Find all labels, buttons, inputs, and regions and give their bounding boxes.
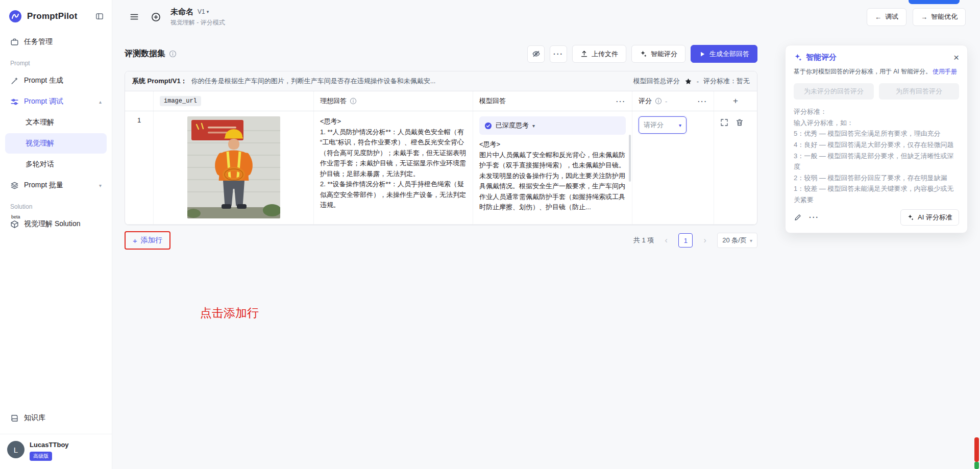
add-circle-icon[interactable] xyxy=(148,9,163,24)
user-profile[interactable]: L LucasTTboy 高级版 xyxy=(0,434,112,469)
trash-icon[interactable] xyxy=(736,118,744,127)
doc-subtitle: 视觉理解 - 评分模式 xyxy=(170,18,225,27)
smart-optimize-button[interactable]: →智能优化 xyxy=(913,8,966,26)
manual-link[interactable]: 使用手册 xyxy=(933,68,957,75)
edit-icon[interactable] xyxy=(794,213,802,221)
sidebar-collapse-icon[interactable] xyxy=(95,12,104,20)
header-model-answer[interactable]: 模型回答··· xyxy=(473,91,632,111)
debug-button[interactable]: ←调试 xyxy=(867,8,906,26)
annotation-text: 点击添加行 xyxy=(200,305,259,321)
add-row-button[interactable]: + 添加行 xyxy=(127,233,168,248)
sidebar-item-multiturn-dialogue[interactable]: 多轮对话 xyxy=(5,154,107,175)
hide-columns-button[interactable] xyxy=(527,45,545,63)
panel-footer: ··· AI 评分标准 xyxy=(794,209,959,226)
image-cell[interactable] xyxy=(154,111,314,224)
column-label: 评分 xyxy=(639,96,652,106)
optimize-button-label: 智能优化 xyxy=(931,12,958,21)
sidebar-item-label: Prompt 批量 xyxy=(24,181,63,190)
ai-criteria-button[interactable]: AI 评分标准 xyxy=(900,209,959,226)
version-selector[interactable]: V1▾ xyxy=(198,8,209,15)
criteria-input[interactable]: 评分标准： 输入评分标准，如： 5：优秀 — 模型回答完全满足所有要求，理由充分… xyxy=(794,106,959,205)
close-icon[interactable]: × xyxy=(953,53,959,62)
plus-icon: + xyxy=(733,96,738,106)
worker-photo xyxy=(187,116,280,218)
score-all-button[interactable]: 为所有回答评分 xyxy=(879,83,959,100)
model-answer-cell[interactable]: 已深度思考 ▾ <思考> 图片中人员佩戴了安全帽和反光背心，但未佩戴防护手套（双… xyxy=(473,111,632,224)
dataset-card: 系统 Prompt/V1： 你的任务是根据生产车间的图片，判断生产车间是否存在违… xyxy=(125,71,757,225)
debug-button-label: 调试 xyxy=(885,12,898,21)
check-circle-icon xyxy=(484,122,492,130)
more-icon[interactable]: ··· xyxy=(809,214,819,221)
wand-icon xyxy=(10,77,19,85)
sidebar-item-visual-understanding[interactable]: 视觉理解 xyxy=(5,133,107,154)
play-icon xyxy=(699,51,706,58)
page-number[interactable]: 1 xyxy=(678,233,693,248)
generate-button-label: 生成全部回答 xyxy=(709,50,749,59)
column-menu-icon[interactable]: ··· xyxy=(616,98,626,105)
score-select[interactable]: 请评分 ▾ xyxy=(639,116,687,134)
sidebar-item-label: 多轮对话 xyxy=(26,160,54,169)
app-title: PromptPilot xyxy=(27,11,78,21)
sidebar-item-label: Prompt 调试 xyxy=(24,97,63,106)
smart-score-button[interactable]: 智能评分 xyxy=(631,45,685,63)
chevron-down-icon[interactable]: ▾ xyxy=(99,183,102,188)
column-label: 模型回答 xyxy=(479,96,506,106)
header-image-url[interactable]: image_url xyxy=(154,91,314,111)
sidebar-item-label: 视觉理解 Solution xyxy=(24,219,80,229)
total-score-label: 模型回答总评分 xyxy=(633,77,680,86)
score-unscored-button[interactable]: 为未评分的回答评分 xyxy=(794,83,874,100)
criteria-line: 3：一般 — 模型回答满足部分要求，但缺乏清晰性或深度 xyxy=(794,151,959,172)
chevron-up-icon[interactable]: ▴ xyxy=(99,99,102,105)
panel-buttons: 为未评分的回答评分 为所有回答评分 xyxy=(794,83,959,100)
more-actions-button[interactable]: ··· xyxy=(550,45,567,63)
sidebar-item-task-management[interactable]: 任务管理 xyxy=(5,32,107,52)
chevron-down-icon: ▾ xyxy=(207,9,209,14)
sidebar-item-text-understanding[interactable]: 文本理解 xyxy=(5,112,107,133)
panel-title: 智能评分 xyxy=(806,53,837,62)
pagination: 共 1 项 ‹ 1 › 20 条/页 ▾ xyxy=(633,233,757,248)
recording-indicator xyxy=(974,437,979,462)
panel-desc-text: 基于你对模型回答的评分标准，用于 AI 智能评分。 xyxy=(794,68,932,75)
sidebar-item-prompt-gen[interactable]: Prompt 生成 xyxy=(5,70,107,91)
logo-row: PromptPilot xyxy=(0,0,112,32)
criteria-status: 评分标准：暂无 xyxy=(703,77,750,86)
page-size-select[interactable]: 20 条/页 ▾ xyxy=(717,233,757,248)
info-icon[interactable] xyxy=(169,50,177,58)
header-ideal-answer[interactable]: 理想回答 xyxy=(314,91,473,111)
expand-icon[interactable] xyxy=(720,118,728,127)
column-menu-icon[interactable]: ··· xyxy=(698,98,707,105)
menu-icon[interactable] xyxy=(127,9,142,24)
annotation-box: + 添加行 xyxy=(125,231,170,250)
table-footer: + 添加行 共 1 项 ‹ 1 › 20 条/页 ▾ xyxy=(125,231,757,250)
sidebar-item-knowledge-base[interactable]: 知识库 xyxy=(5,408,107,428)
column-chip: image_url xyxy=(160,96,201,106)
layers-icon xyxy=(10,181,19,190)
panel-header: 智能评分 × xyxy=(794,53,959,62)
sidebar-item-visual-solution[interactable]: beta 视觉理解 Solution xyxy=(5,214,107,234)
sidebar-item-prompt-debug[interactable]: Prompt 调试 ▴ xyxy=(5,91,107,112)
deep-think-chip[interactable]: 已深度思考 ▾ xyxy=(479,116,626,135)
prev-page-button[interactable]: ‹ xyxy=(659,233,673,248)
cube-icon xyxy=(10,220,19,229)
score-summary: 模型回答总评分 - 评分标准：暂无 xyxy=(633,77,750,86)
upload-file-button[interactable]: 上传文件 xyxy=(572,45,626,63)
cell-scrollbar[interactable] xyxy=(629,135,631,182)
next-page-button[interactable]: › xyxy=(698,233,712,248)
header-add-column[interactable]: + xyxy=(714,91,757,111)
page-size-label: 20 条/页 xyxy=(722,236,747,245)
panel-description: 基于你对模型回答的评分标准，用于 AI 智能评分。使用手册 xyxy=(794,67,959,77)
sidebar-item-prompt-batch[interactable]: Prompt 批量 ▾ xyxy=(5,175,107,195)
header-score[interactable]: 评分-··· xyxy=(632,91,714,111)
ideal-answer-cell[interactable]: <思考> 1. **人员防护情况分析**：人员戴黄色安全帽（有“工电”标识，符合… xyxy=(314,111,473,224)
system-prompt-bar[interactable]: 系统 Prompt/V1： 你的任务是根据生产车间的图片，判断生产车间是否存在违… xyxy=(125,71,757,91)
sidebar-item-label: 知识库 xyxy=(24,413,45,423)
version-label: V1 xyxy=(198,8,205,15)
criteria-line: 2：较弱 — 模型回答部分回应了要求，存在明显缺漏 xyxy=(794,172,959,184)
page-title-row: 评测数据集 xyxy=(125,48,177,59)
promptpilot-logo-icon xyxy=(8,9,22,23)
generate-all-button[interactable]: 生成全部回答 xyxy=(691,45,757,63)
info-icon xyxy=(350,97,357,105)
column-label: 理想回答 xyxy=(320,96,347,106)
star-icon xyxy=(684,78,692,85)
doc-title: 未命名 xyxy=(170,7,193,17)
